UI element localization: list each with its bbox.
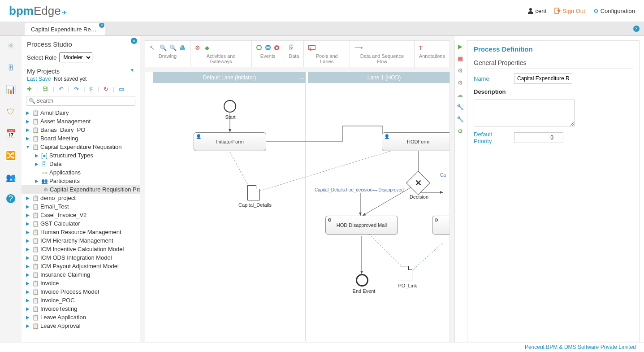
chevron-down-icon[interactable]: ▼ <box>130 68 134 75</box>
refresh-icon[interactable]: ↻ <box>104 86 108 92</box>
gear-icon[interactable]: ⚙ <box>458 67 463 74</box>
play-icon[interactable]: ▶ <box>458 43 462 50</box>
tree-item[interactable]: ▶📋GST Calculator <box>22 219 140 228</box>
properties-section: General Properties <box>474 59 633 69</box>
pointer-icon[interactable]: ↖ <box>150 44 156 51</box>
flow-condition-right: Ca <box>440 173 446 178</box>
copy-icon[interactable]: ⎘ <box>90 86 93 92</box>
tree-item[interactable]: ▶📋ICM Hierarchy Management <box>22 236 140 245</box>
priority-input[interactable] <box>514 132 563 143</box>
undo-icon[interactable]: ↶ <box>59 86 64 92</box>
text-icon[interactable]: T <box>419 44 425 51</box>
project-tree: ▶📋Amul Dairy ▶📋Asset Management ▶📋Banas_… <box>22 108 140 342</box>
paper-plane-icon: ✈ <box>62 9 67 16</box>
tree-item[interactable]: ▶📋InvoiceTesting <box>22 304 140 313</box>
signout-link[interactable]: Sign Out <box>554 8 585 14</box>
tree-item[interactable]: ▶[●]Structured Types <box>22 151 140 160</box>
chart-icon[interactable]: 📊 <box>5 84 16 95</box>
description-textarea[interactable] <box>474 100 575 126</box>
sliders-icon[interactable]: 🎚 <box>5 62 16 73</box>
tree-item[interactable]: ▶📋Leave Application <box>22 313 140 322</box>
close-icon[interactable]: × <box>131 38 137 44</box>
tree-item[interactable]: ▶📋Board Meeting <box>22 134 140 143</box>
tool-group-flow: ⟶ Data and Sequence Flow <box>350 41 415 67</box>
tree-item-selected[interactable]: ⚙Capital Expenditure Requisition Proce <box>22 185 140 194</box>
task-hod-mail[interactable]: ⚙ HOD Disapproved Mail <box>325 216 398 235</box>
start-event-icon[interactable] <box>256 45 262 50</box>
tree-item[interactable]: ▶📋demo_project <box>22 194 140 202</box>
name-input[interactable] <box>514 73 572 84</box>
calendar-icon[interactable]: 📅 <box>5 128 16 139</box>
role-select[interactable]: Modeler <box>59 52 92 62</box>
tree-item[interactable]: ▶📋Human Resource Management <box>22 228 140 236</box>
wrench-icon[interactable]: 🔧 <box>457 104 464 110</box>
name-label: Name <box>474 75 510 82</box>
lane-header-initiator[interactable]: Default Lane (Initiator) — <box>153 72 306 83</box>
tree-item[interactable]: ▭Applications <box>22 168 140 177</box>
data-capital-details[interactable] <box>247 185 260 200</box>
tree-item[interactable]: ▶📋Insurance Claiming <box>22 270 140 279</box>
lane-hod: Lane 1 (HOD) <box>308 72 450 342</box>
tree-item[interactable]: ▶📋ICM Payout Adjustment Model <box>22 262 140 270</box>
data-po-link[interactable] <box>400 266 412 281</box>
org-icon[interactable]: ⚛ <box>5 40 16 51</box>
tree-item[interactable]: ▶📋Banas_Dairy_PO <box>22 126 140 134</box>
task-initiator-form[interactable]: 👤 InitiatorForm <box>194 132 266 151</box>
tree-item[interactable]: ▶📋Amul Dairy <box>22 109 140 117</box>
tree-item-expanded[interactable]: ▼📋Capital Expenditure Requisition <box>22 143 140 151</box>
add-icon[interactable]: ✚ <box>27 86 32 92</box>
redo-icon[interactable]: ↷ <box>74 86 79 92</box>
config-link[interactable]: ⚙ Configuration <box>593 8 635 14</box>
pool-icon[interactable] <box>308 45 316 50</box>
tree-item[interactable]: ▶👥Participants <box>22 177 140 185</box>
workflow-icon[interactable]: 🔀 <box>5 150 16 161</box>
diamond-icon[interactable]: ◆ <box>205 44 211 51</box>
description-label: Description <box>474 88 510 95</box>
gear-icon[interactable]: ⚙ <box>458 79 463 86</box>
task-hod-form[interactable]: 👤 HODForm <box>382 132 450 151</box>
tree-item[interactable]: ▶📋Leave Approval <box>22 322 140 330</box>
tab-capital-expenditure[interactable]: Capital Expenditure Requisitio… × <box>25 23 105 35</box>
bpmn-canvas[interactable]: Default Lane (Initiator) — Lane 1 (HOD) <box>145 72 450 342</box>
shield-icon[interactable]: 🛡 <box>5 106 16 117</box>
flow-icon[interactable]: ⟶ <box>354 44 361 51</box>
logo-bpm: bpm <box>9 4 34 18</box>
zoom-icon[interactable]: 🔍 <box>160 44 166 51</box>
close-icon[interactable]: × <box>633 26 640 32</box>
task-partial[interactable]: ⚙ <box>432 216 450 235</box>
print-icon[interactable]: 🖶 <box>179 44 186 51</box>
tree-item[interactable]: ▶📋Email_Test <box>22 202 140 211</box>
footer-link[interactable]: Pericent BPM & DMS Software Private Limi… <box>525 344 636 350</box>
minimize-icon[interactable]: — <box>299 75 304 80</box>
person-icon <box>527 8 534 14</box>
gear-icon[interactable]: ⚙ <box>195 44 201 51</box>
tree-item[interactable]: ▶📋ICM Incentive Calculation Model <box>22 245 140 253</box>
gear-icon[interactable]: ⚙ <box>458 128 463 135</box>
help-icon[interactable]: ? <box>6 194 15 203</box>
grid-icon[interactable]: ▦ <box>458 55 463 62</box>
user-menu[interactable]: cent <box>527 8 547 14</box>
wrench-icon[interactable]: 🔧 <box>457 116 464 122</box>
gateway-decision[interactable]: ✕ <box>410 174 427 191</box>
tree-item[interactable]: ▶📋Asset Management <box>22 117 140 126</box>
tree-item[interactable]: ▶📋ICM ODS Integration Model <box>22 253 140 262</box>
tree-item[interactable]: ▶📋Invoice Process Model <box>22 287 140 296</box>
header-right: cent Sign Out ⚙ Configuration <box>527 8 635 14</box>
cloud-icon[interactable]: ☁ <box>457 91 463 98</box>
tree-item[interactable]: ▶📋Invoice_POC <box>22 296 140 304</box>
end-event-icon[interactable] <box>274 45 279 50</box>
lane-header-hod[interactable]: Lane 1 (HOD) <box>308 72 450 83</box>
search-input[interactable] <box>26 96 135 106</box>
signout-icon <box>554 8 561 14</box>
users-icon[interactable]: 👥 <box>5 172 16 183</box>
tree-item[interactable]: ▶📋Invoice <box>22 279 140 287</box>
window-icon[interactable]: ▭ <box>119 86 124 92</box>
tree-item[interactable]: ▶📋Essel_Invoice_V2 <box>22 211 140 219</box>
tree-item[interactable]: ▶🗄Data <box>22 160 140 168</box>
start-event[interactable] <box>224 100 236 113</box>
intermediate-event-icon[interactable] <box>265 45 271 50</box>
zoom-out-icon[interactable]: 🔍 <box>169 44 176 51</box>
datastore-icon[interactable]: 🗄 <box>289 44 295 51</box>
save-icon[interactable]: 🖫 <box>42 86 48 92</box>
end-event[interactable] <box>356 274 368 287</box>
